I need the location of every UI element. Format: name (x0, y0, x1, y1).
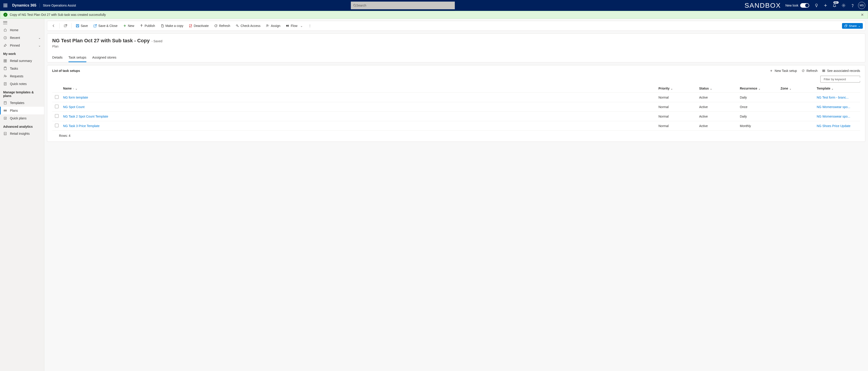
col-name[interactable]: Name ↑ ⌄ (61, 84, 657, 93)
make-copy-button[interactable]: Make a copy (158, 23, 186, 29)
pin-icon (3, 43, 7, 48)
nav-requests[interactable]: Requests (0, 72, 44, 80)
tab-details[interactable]: Details (52, 53, 63, 62)
svg-rect-12 (5, 59, 6, 61)
lightbulb-icon (814, 3, 818, 7)
data-table: Name ↑ ⌄ Priority ⌄ Status ⌄ Recurrence … (52, 84, 860, 131)
search-input[interactable] (356, 4, 453, 7)
row-checkbox[interactable] (55, 95, 59, 99)
assign-button[interactable]: Assign (264, 23, 283, 29)
col-priority[interactable]: Priority ⌄ (657, 84, 698, 93)
row-name-link[interactable]: NG Task 2 Spot Count Template (63, 115, 108, 118)
row-name-link[interactable]: NG form template (63, 96, 88, 99)
main-content: Save Save & Close New Publish Make a cop… (44, 19, 868, 371)
col-zone[interactable]: Zone ⌄ (779, 84, 815, 93)
nav-label: Pinned (10, 43, 20, 47)
tab-task-setups[interactable]: Task setups (68, 53, 86, 62)
share-button[interactable]: Share ⌄ (842, 23, 863, 29)
row-priority: Normal (657, 93, 698, 102)
nav-templates[interactable]: Templates (0, 99, 44, 107)
app-name: Store Operations Assist (40, 4, 79, 7)
back-button[interactable] (50, 23, 58, 29)
nav-quick-notes[interactable]: Quick notes (0, 80, 44, 88)
row-name-link[interactable]: NG Spot Count (63, 105, 85, 109)
filter-box[interactable] (820, 76, 860, 83)
top-bar: Dynamics 365 Store Operations Assist SAN… (0, 0, 868, 11)
table-row[interactable]: NG Task 3 Price TemplateNormalActiveMont… (52, 121, 860, 131)
svg-rect-11 (4, 59, 5, 61)
nav-plans[interactable]: Plans (0, 107, 44, 114)
col-recurrence[interactable]: Recurrence ⌄ (738, 84, 779, 93)
open-new-window-button[interactable] (61, 23, 70, 29)
table-row[interactable]: NG Task 2 Spot Count TemplateNormalActiv… (52, 112, 860, 121)
nav-label: Recent (10, 36, 20, 39)
svg-point-17 (4, 75, 5, 76)
deactivate-icon (189, 24, 192, 28)
filter-input[interactable] (824, 78, 862, 81)
save-button[interactable]: Save (73, 23, 90, 29)
clock-icon (3, 36, 7, 40)
col-status[interactable]: Status ⌄ (698, 84, 738, 93)
entity-name: Plan (52, 44, 860, 48)
svg-rect-22 (4, 111, 6, 111)
nav-retail-summary[interactable]: Retail summary (0, 57, 44, 65)
app-launcher[interactable] (2, 2, 9, 9)
row-name-link[interactable]: NG Task 3 Price Template (63, 124, 99, 128)
row-template-link[interactable]: NG Womenswear spo... (817, 105, 850, 109)
sidebar-toggle[interactable] (3, 21, 7, 24)
new-task-setup-button[interactable]: New Task setup (770, 69, 797, 72)
overflow-button[interactable]: ⋮ (306, 23, 313, 29)
chevron-down-icon: ⌄ (300, 24, 303, 28)
tab-assigned-stores[interactable]: Assigned stores (92, 53, 116, 62)
check-access-button[interactable]: Check Access (233, 23, 263, 29)
notification-badge: 99+ (833, 1, 839, 4)
row-template-link[interactable]: NG Test form - branc... (817, 96, 848, 99)
row-template-link[interactable]: NG Shoes Price Update (817, 124, 850, 128)
nav-tasks[interactable]: Tasks (0, 65, 44, 72)
help-button[interactable] (848, 0, 857, 11)
row-checkbox[interactable] (55, 105, 59, 108)
nav-home[interactable]: Home (0, 26, 44, 34)
add-button[interactable] (821, 0, 830, 11)
nav-label: Requests (10, 74, 23, 78)
refresh-icon (802, 69, 805, 72)
nav-retail-insights[interactable]: Retail insights (0, 130, 44, 137)
row-checkbox[interactable] (55, 114, 59, 118)
svg-rect-13 (4, 61, 5, 62)
idea-button[interactable] (812, 0, 821, 11)
row-priority: Normal (657, 112, 698, 121)
refresh-button[interactable]: Refresh (212, 23, 232, 29)
key-icon (236, 24, 239, 28)
see-associated-button[interactable]: See associated records (822, 69, 860, 72)
user-avatar[interactable]: MS (858, 2, 865, 9)
grid-refresh-button[interactable]: Refresh (802, 69, 817, 72)
close-notification-button[interactable]: ✕ (860, 12, 865, 18)
page-title: NG Test Plan Oct 27 with Sub task - Copy (52, 38, 150, 43)
row-status: Active (698, 102, 738, 112)
row-status: Active (698, 112, 738, 121)
row-status: Active (698, 121, 738, 131)
nav-label: Retail summary (10, 59, 32, 63)
table-row[interactable]: NG form templateNormalActiveDailyNG Test… (52, 93, 860, 102)
nav-pinned[interactable]: Pinned ⌄ (0, 41, 44, 49)
publish-button[interactable]: Publish (137, 23, 157, 29)
global-search[interactable] (351, 2, 455, 9)
row-checkbox[interactable] (55, 124, 59, 127)
col-template[interactable]: Template ⌄ (815, 84, 860, 93)
product-brand[interactable]: Dynamics 365 (9, 3, 40, 7)
new-look-toggle[interactable]: New look (785, 3, 809, 8)
flow-button[interactable]: Flow⌄ (283, 23, 305, 29)
new-button[interactable]: New (121, 23, 136, 29)
svg-rect-28 (76, 26, 79, 27)
row-template-link[interactable]: NG Womenswear spo... (817, 115, 850, 118)
settings-button[interactable] (839, 0, 848, 11)
nav-section-analytics: Advanced analytics (0, 122, 44, 130)
notifications-button[interactable]: 99+ (830, 0, 839, 11)
nav-quick-plans[interactable]: Quick plans (0, 114, 44, 122)
row-status: Active (698, 93, 738, 102)
publish-icon (140, 24, 143, 28)
save-close-button[interactable]: Save & Close (91, 23, 120, 29)
deactivate-button[interactable]: Deactivate (186, 23, 211, 29)
table-row[interactable]: NG Spot CountNormalActiveOnceNG Womenswe… (52, 102, 860, 112)
nav-recent[interactable]: Recent ⌄ (0, 34, 44, 41)
